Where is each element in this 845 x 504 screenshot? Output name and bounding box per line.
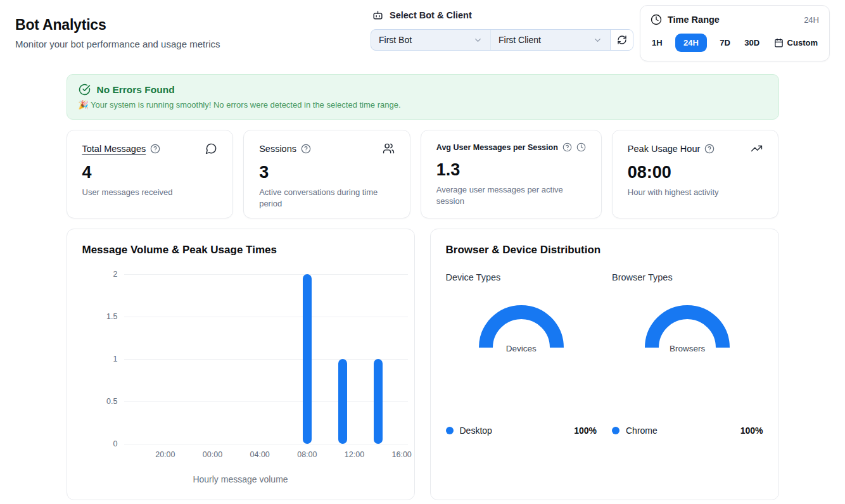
- gridline: [124, 317, 408, 317]
- client-select-value: First Client: [499, 35, 541, 45]
- selector-controls: First Bot First Client: [371, 29, 633, 51]
- x-axis-tick: 08:00: [297, 450, 317, 459]
- bar-11:00: [338, 359, 347, 444]
- metrics-row: Total Messages 4 User messages received …: [67, 130, 779, 218]
- message-circle-icon: [205, 142, 217, 154]
- devices-gauge: Devices: [446, 305, 597, 355]
- device-types-section: Device Types Devices Desktop 100%: [446, 272, 597, 436]
- gauge-arc: [486, 312, 557, 348]
- clock-icon: [576, 142, 586, 152]
- range-button-custom[interactable]: Custom: [773, 34, 819, 51]
- metric-card-sessions: Sessions 3 Active conversations during t…: [243, 130, 410, 218]
- users-icon: [383, 142, 395, 154]
- section-subtitle: Browser Types: [612, 272, 763, 282]
- page-title: Bot Analytics: [15, 16, 220, 34]
- help-circle-icon[interactable]: [704, 144, 715, 154]
- metric-value: 4: [82, 163, 218, 182]
- bar-plot: 00.511.52: [124, 274, 408, 444]
- metric-description: User messages received: [82, 187, 218, 198]
- gauge-center-label: Browsers: [612, 344, 763, 353]
- page-header: Bot Analytics Monitor your bot performan…: [0, 0, 845, 61]
- chart-title: Browser & Device Distribution: [446, 244, 763, 256]
- legend-row-chrome: Chrome 100%: [612, 425, 763, 436]
- bot-icon: [372, 9, 384, 21]
- legend-label: Desktop: [460, 425, 492, 436]
- gridline: [124, 359, 408, 360]
- x-axis-tick: 12:00: [345, 450, 364, 459]
- y-axis-tick: 0: [82, 439, 118, 448]
- metric-value: 3: [259, 163, 395, 182]
- time-range-card: Time Range 24H 1H 24H 7D 30D Custom: [640, 5, 830, 61]
- x-axis-tick: 04:00: [250, 450, 270, 459]
- range-button-30d[interactable]: 30D: [743, 34, 761, 51]
- metric-description: Average user messages per active session: [436, 184, 582, 206]
- chart-caption: Hourly message volume: [82, 474, 399, 484]
- gauge-center-label: Devices: [446, 344, 597, 353]
- time-range-current-badge: 24H: [804, 15, 819, 25]
- legend-dot-icon: [446, 427, 454, 434]
- range-button-1h[interactable]: 1H: [651, 34, 664, 51]
- metric-value: 08:00: [628, 163, 763, 182]
- legend-label: Chrome: [626, 425, 658, 436]
- chart-title: Message Volume & Peak Usage Times: [82, 244, 399, 256]
- check-circle-icon: [79, 84, 91, 96]
- x-axis-tick: 20:00: [155, 450, 175, 459]
- range-button-24h[interactable]: 24H: [675, 34, 707, 52]
- y-axis-tick: 0.5: [82, 397, 118, 406]
- client-select[interactable]: First Client: [490, 30, 610, 50]
- gridline: [124, 444, 408, 444]
- metric-card-total-messages: Total Messages 4 User messages received: [67, 130, 234, 218]
- x-axis-tick: 00:00: [203, 450, 222, 459]
- banner-title: No Errors Found: [97, 84, 175, 96]
- bar-08:00: [303, 274, 312, 444]
- legend-dot-icon: [612, 427, 619, 434]
- selector-label: Select Bot & Client: [390, 10, 472, 20]
- clock-icon: [651, 14, 662, 25]
- y-axis-tick: 2: [82, 270, 118, 279]
- trending-up-icon: [751, 142, 763, 154]
- metric-title: Peak Usage Hour: [628, 144, 700, 154]
- legend-percent: 100%: [740, 425, 763, 436]
- help-circle-icon[interactable]: [562, 142, 572, 152]
- help-circle-icon[interactable]: [150, 144, 160, 154]
- chevron-down-icon: [473, 35, 483, 45]
- metric-title: Avg User Messages per Session: [436, 143, 558, 152]
- gridline: [124, 401, 408, 402]
- legend-row-desktop: Desktop 100%: [446, 425, 597, 436]
- gauge-arc: [652, 312, 723, 348]
- calendar-icon: [774, 38, 784, 47]
- y-axis-tick: 1.5: [82, 312, 118, 321]
- section-subtitle: Device Types: [446, 272, 597, 282]
- metric-title: Sessions: [259, 144, 296, 154]
- help-circle-icon[interactable]: [301, 144, 311, 154]
- range-button-7d[interactable]: 7D: [718, 34, 732, 51]
- selector-label-row: Select Bot & Client: [371, 9, 633, 21]
- bot-select-value: First Bot: [379, 35, 412, 45]
- header-title-block: Bot Analytics Monitor your bot performan…: [15, 16, 220, 49]
- time-range-header: Time Range 24H: [651, 14, 819, 25]
- refresh-icon: [617, 35, 627, 45]
- refresh-button[interactable]: [610, 30, 633, 50]
- custom-button-label: Custom: [787, 38, 818, 47]
- browser-types-section: Browser Types Browsers Chrome 100%: [612, 272, 763, 436]
- time-range-buttons: 1H 24H 7D 30D Custom: [651, 34, 819, 52]
- bot-select[interactable]: First Bot: [371, 30, 490, 50]
- banner-message: 🎉 Your system is running smoothly! No er…: [79, 100, 766, 110]
- metric-value: 1.3: [436, 160, 586, 180]
- metric-card-peak-hour: Peak Usage Hour 08:00 Hour with highest …: [612, 130, 779, 218]
- distribution-chart-card: Browser & Device Distribution Device Typ…: [430, 229, 779, 500]
- y-axis-tick: 1: [82, 355, 118, 363]
- no-errors-banner: No Errors Found 🎉 Your system is running…: [67, 74, 779, 120]
- metric-title: Total Messages: [82, 144, 146, 154]
- message-volume-chart-card: Message Volume & Peak Usage Times 00.511…: [67, 229, 415, 500]
- chevron-down-icon: [593, 35, 602, 45]
- bot-client-selector: Select Bot & Client First Bot First Clie…: [371, 9, 633, 51]
- time-range-label: Time Range: [668, 15, 720, 25]
- metric-description: Active conversations during time period: [259, 187, 395, 209]
- browsers-gauge: Browsers: [612, 305, 763, 355]
- metric-card-avg-messages: Avg User Messages per Session 1.3 Averag…: [421, 130, 602, 218]
- page-subtitle: Monitor your bot performance and usage m…: [15, 39, 220, 49]
- bar-14:00: [374, 359, 383, 444]
- bar-chart-x-axis: 20:0000:0004:0008:0012:0016:00: [124, 450, 408, 462]
- x-axis-tick: 16:00: [392, 450, 412, 459]
